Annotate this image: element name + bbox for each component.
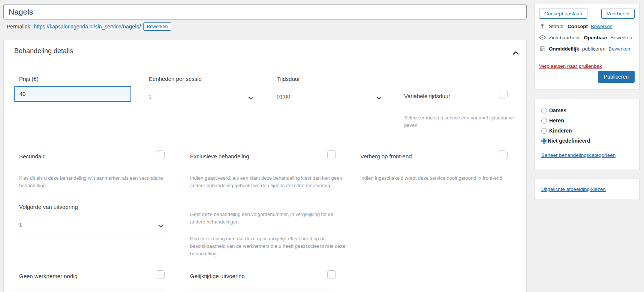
visibility-row: Zichtbaarheid: Openbaar Bewerken <box>535 34 639 40</box>
exclusive-label: Exclusieve behandeling <box>190 153 249 159</box>
price-label: Prijs (€) <box>19 76 39 82</box>
duration-select[interactable]: 01:00 <box>270 88 387 106</box>
visibility-label: Zichtbaarheid: <box>549 35 581 40</box>
post-title-input[interactable] <box>3 4 527 19</box>
hide-frontend-help: Indien ingeschakeld wordt deze service n… <box>360 174 521 182</box>
radio-label: Niet gedefinieerd <box>548 138 590 144</box>
units-value: 1 <box>148 94 151 100</box>
visibility-value: Openbaar <box>584 35 608 40</box>
edit-schedule-link[interactable]: Bewerken <box>608 46 630 52</box>
no-employee-label: Geen werknemer nodig <box>19 273 78 279</box>
choose-featured-image-link[interactable]: Uitgelichte afbeelding kiezen <box>541 186 606 192</box>
eye-icon <box>539 34 546 40</box>
permalink-label: Permalink: <box>7 24 31 30</box>
radio-icon <box>541 128 547 134</box>
secondary-checkbox[interactable] <box>156 150 165 159</box>
schedule-value: Onmiddellijk <box>549 46 579 52</box>
radio-icon <box>541 138 547 144</box>
featured-image-box: Uitgelichte afbeelding kiezen <box>534 179 640 200</box>
simultaneous-label: Gelijktijdige uitvoering <box>190 273 245 279</box>
preview-button[interactable]: Voorbeeld <box>601 9 635 19</box>
simultaneous-checkbox[interactable] <box>327 270 336 279</box>
pin-icon <box>539 23 546 29</box>
divider <box>14 170 165 170</box>
no-employee-checkbox[interactable] <box>156 270 165 279</box>
exec-order-help-2: Hou er rekening mee dat deze optie mogel… <box>190 235 347 258</box>
edit-visibility-link[interactable]: Bewerken <box>611 35 632 40</box>
exclusive-help: Indien geactiveerd, als een klant deze b… <box>190 174 356 189</box>
chevron-down-icon <box>248 94 253 101</box>
secondary-label: Secundair <box>19 153 45 159</box>
hide-frontend-label: Verberg op front-end <box>360 153 412 159</box>
permalink-base: https://kapsalonagenda.nl/sln_service/ <box>34 24 123 30</box>
variable-duration-help: Selecteer indien u service een variabel … <box>404 114 520 129</box>
secondary-help: Kies dit als u deze behandeling wilt aan… <box>19 174 166 189</box>
permalink-row: Permalink: https://kapsalonagenda.nl/sln… <box>7 22 171 31</box>
status-value: Concept <box>568 24 588 29</box>
edit-status-link[interactable]: Bewerken <box>591 24 613 29</box>
variable-duration-label: Variabele tijdsduur <box>404 93 450 99</box>
schedule-row: Onmiddellijk publiceren Bewerken <box>535 46 639 52</box>
manage-categories-link[interactable]: Beheer behandelingscategorieën <box>541 152 616 158</box>
exclusive-checkbox[interactable] <box>327 150 336 159</box>
radio-niet-gedefinieerd[interactable]: Niet gedefinieerd <box>541 138 632 144</box>
radio-icon <box>541 108 547 113</box>
exec-order-label: Volgorde van uitvoering <box>19 204 78 210</box>
publish-button[interactable]: Publiceren <box>598 71 635 83</box>
category-box: Dames Heren Kinderen Niet gedefinieerd B… <box>534 99 640 170</box>
chevron-down-icon <box>376 94 382 101</box>
duration-label: Tijdsduur <box>277 76 300 82</box>
publish-box: Concept opslaan Voorbeeld Status: Concep… <box>534 4 640 90</box>
permalink-edit-button[interactable]: Bewerken <box>143 22 172 31</box>
exec-order-help-1: Geef deze behandeling een volgordenummer… <box>190 211 347 226</box>
calendar-icon <box>539 46 546 52</box>
radio-icon <box>541 118 547 124</box>
duration-value: 01:00 <box>277 94 290 100</box>
divider <box>185 289 335 289</box>
radio-label: Heren <box>549 118 564 124</box>
radio-kinderen[interactable]: Kinderen <box>541 128 632 134</box>
save-draft-button[interactable]: Concept opslaan <box>539 9 587 19</box>
exec-order-value: 1 <box>19 222 22 228</box>
radio-heren[interactable]: Heren <box>541 118 632 124</box>
schedule-text: publiceren <box>582 46 605 52</box>
radio-label: Kinderen <box>549 128 572 134</box>
divider <box>355 170 517 170</box>
divider <box>14 289 165 289</box>
exec-order-select[interactable]: 1 <box>14 216 169 234</box>
hide-frontend-checkbox[interactable] <box>499 150 508 159</box>
panel-fields: Prijs (€) Eenheden per sessie 1 Tijdsduu… <box>3 40 527 292</box>
units-select[interactable]: 1 <box>142 88 259 106</box>
units-label: Eenheden per sessie <box>149 76 202 82</box>
price-input[interactable] <box>14 86 131 102</box>
chevron-down-icon <box>158 222 163 229</box>
permalink-slug: nagels/ <box>123 24 141 30</box>
radio-label: Dames <box>549 107 566 113</box>
permalink-url-link[interactable]: https://kapsalonagenda.nl/sln_service/na… <box>34 24 141 30</box>
divider <box>185 170 335 170</box>
status-label: Status: <box>549 24 565 29</box>
status-row: Status: Concept Bewerken <box>535 23 639 29</box>
radio-dames[interactable]: Dames <box>541 107 632 113</box>
move-to-trash-link[interactable]: Verplaatsen naar prullenbak <box>539 63 602 69</box>
divider <box>398 110 517 110</box>
variable-duration-checkbox[interactable] <box>499 90 508 98</box>
